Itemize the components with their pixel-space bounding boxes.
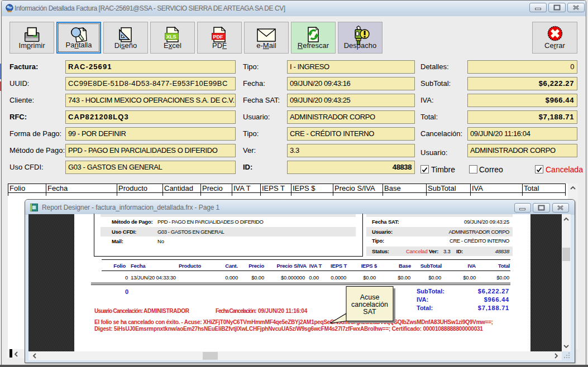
svg-text:PDF: PDF	[213, 34, 224, 40]
svg-text:XLS: XLS	[166, 34, 176, 40]
